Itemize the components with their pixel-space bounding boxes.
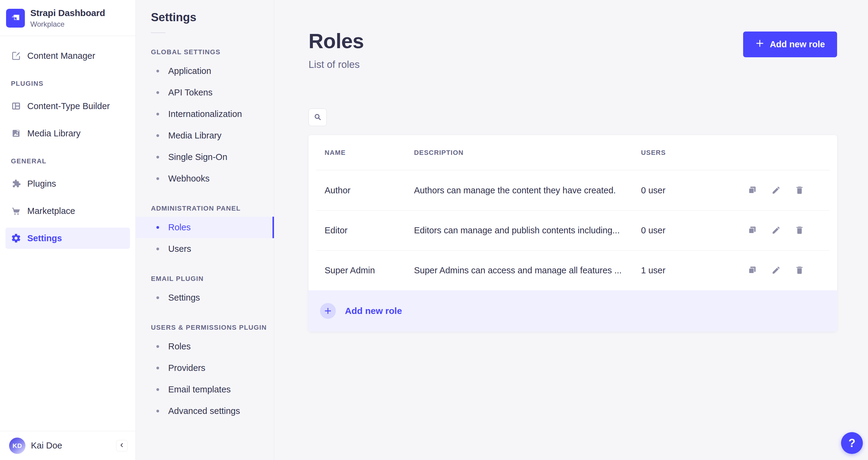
subnav-section-users-permissions-plugin: USERS & PERMISSIONS PLUGIN [151,324,274,332]
subnav-section-email-plugin: EMAIL PLUGIN [151,275,274,283]
edit-role-button[interactable] [770,224,782,237]
bullet-icon [156,367,159,369]
sidebar-footer: KD Kai Doe [0,431,135,460]
workspace-switcher[interactable]: Strapi Dashboard Workplace [0,0,135,36]
collapse-sidebar-button[interactable] [116,440,128,452]
avatar[interactable]: KD [9,437,26,454]
role-users-count: 0 user [641,185,732,195]
subnav-item-roles-admin[interactable]: Roles [136,217,274,238]
sidebar-item-label: Media Library [27,128,81,139]
duplicate-role-button[interactable] [746,224,758,237]
bullet-icon [156,410,159,412]
bullet-icon [156,296,159,299]
sidebar-nav: Content Manager PLUGINS Content-Type Bui… [0,36,135,249]
cart-icon [11,206,21,216]
layout-icon [11,101,21,111]
subnav-item-internationalization[interactable]: Internationalization [136,103,274,125]
sidebar-item-label: Content-Type Builder [27,101,110,111]
duplicate-role-button[interactable] [746,184,758,196]
footer-add-label: Add new role [345,306,402,316]
role-description: Editors can manage and publish contents … [414,225,641,236]
duplicate-icon [747,185,757,196]
duplicate-icon [747,225,757,236]
subnav-item-roles-up[interactable]: Roles [136,336,274,357]
search-button[interactable] [309,109,327,126]
bullet-icon [156,248,159,250]
column-header-description: DESCRIPTION [414,149,641,157]
workspace-subtitle: Workplace [30,20,105,29]
subnav-section-global-settings: GLOBAL SETTINGS [151,48,274,56]
subnav-item-email-settings[interactable]: Settings [136,287,274,308]
subnav-item-advanced-settings[interactable]: Advanced settings [136,400,274,422]
subnav-item-api-tokens[interactable]: API Tokens [136,82,274,103]
table-header-row: NAME DESCRIPTION USERS [316,135,830,170]
role-users-count: 0 user [641,225,732,236]
help-button[interactable]: ? [841,432,863,454]
trash-icon [795,185,804,196]
sidebar-item-label: Content Manager [27,51,95,61]
main-content: Roles List of roles Add new role NAME [274,0,868,460]
sidebar-section-general: GENERAL [11,157,130,165]
sidebar-item-label: Settings [27,233,62,243]
gear-icon [11,233,21,243]
subnav-item-providers[interactable]: Providers [136,357,274,379]
subnav-item-users-admin[interactable]: Users [136,238,274,260]
plus-icon [755,39,764,50]
chevron-left-icon [119,442,125,449]
trash-icon [795,265,804,276]
table-toolbar [309,109,837,126]
page-header: Roles List of roles Add new role [309,29,837,70]
subnav-title: Settings [151,11,274,24]
bullet-icon [156,134,159,137]
bullet-icon [156,226,159,229]
active-indicator [273,217,274,238]
edit-icon [771,265,781,276]
sidebar-item-media-library[interactable]: Media Library [5,123,130,144]
delete-role-button[interactable] [794,224,806,237]
workspace-title: Strapi Dashboard [30,8,105,18]
duplicate-icon [747,265,757,276]
roles-table: NAME DESCRIPTION USERS Author Authors ca… [309,135,837,332]
subnav-item-single-sign-on[interactable]: Single Sign-On [136,146,274,168]
subnav-section-administration-panel: ADMINISTRATION PANEL [151,205,274,212]
table-row-super-admin[interactable]: Super Admin Super Admins can access and … [316,250,830,290]
sidebar-item-plugins[interactable]: Plugins [5,173,130,194]
subnav-item-webhooks[interactable]: Webhooks [136,168,274,189]
trash-icon [795,225,804,236]
subnav-item-media-library[interactable]: Media Library [136,125,274,146]
page-subtitle: List of roles [309,59,364,70]
delete-role-button[interactable] [794,265,806,277]
add-new-role-button[interactable]: Add new role [743,32,837,57]
edit-icon [771,185,781,196]
sidebar-item-content-manager[interactable]: Content Manager [5,45,130,66]
puzzle-icon [11,179,21,189]
settings-subnav: Settings GLOBAL SETTINGS Application API… [136,0,274,460]
bullet-icon [156,156,159,158]
user-name: Kai Doe [31,440,111,451]
duplicate-role-button[interactable] [746,265,758,277]
bullet-icon [156,388,159,391]
column-header-users: USERS [641,149,732,157]
column-header-name: NAME [324,149,414,157]
role-name: Editor [324,225,414,236]
subnav-item-application[interactable]: Application [136,60,274,82]
role-description: Super Admins can access and manage all f… [414,266,641,275]
table-row-author[interactable]: Author Authors can manage the content th… [316,170,830,210]
strapi-logo-icon [6,9,25,28]
role-description: Authors can manage the content they have… [414,185,641,195]
role-name: Author [324,185,414,195]
subnav-item-email-templates[interactable]: Email templates [136,379,274,400]
sidebar-section-plugins: PLUGINS [11,80,130,88]
search-icon [313,113,322,122]
plus-circle-icon [320,303,336,319]
sidebar-item-content-type-builder[interactable]: Content-Type Builder [5,95,130,117]
sidebar-item-settings[interactable]: Settings [5,227,130,249]
table-footer-add-row[interactable]: Add new role [309,290,837,332]
sidebar-item-marketplace[interactable]: Marketplace [5,200,130,221]
edit-role-button[interactable] [770,265,782,277]
table-row-editor[interactable]: Editor Editors can manage and publish co… [316,210,830,250]
bullet-icon [156,113,159,116]
delete-role-button[interactable] [794,184,806,196]
main-sidebar: Strapi Dashboard Workplace Content Manag… [0,0,136,460]
edit-role-button[interactable] [770,184,782,196]
